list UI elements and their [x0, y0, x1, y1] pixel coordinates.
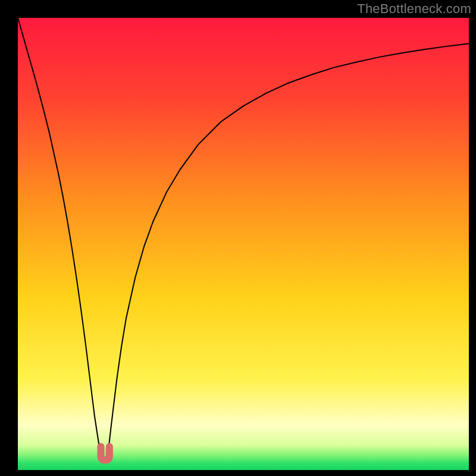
- watermark-text: TheBottleneck.com: [357, 1, 471, 17]
- outer-frame: TheBottleneck.com: [0, 0, 476, 476]
- chart-background-gradient: [18, 18, 469, 470]
- chart-svg: [18, 18, 469, 470]
- chart-plot-area: [18, 18, 469, 470]
